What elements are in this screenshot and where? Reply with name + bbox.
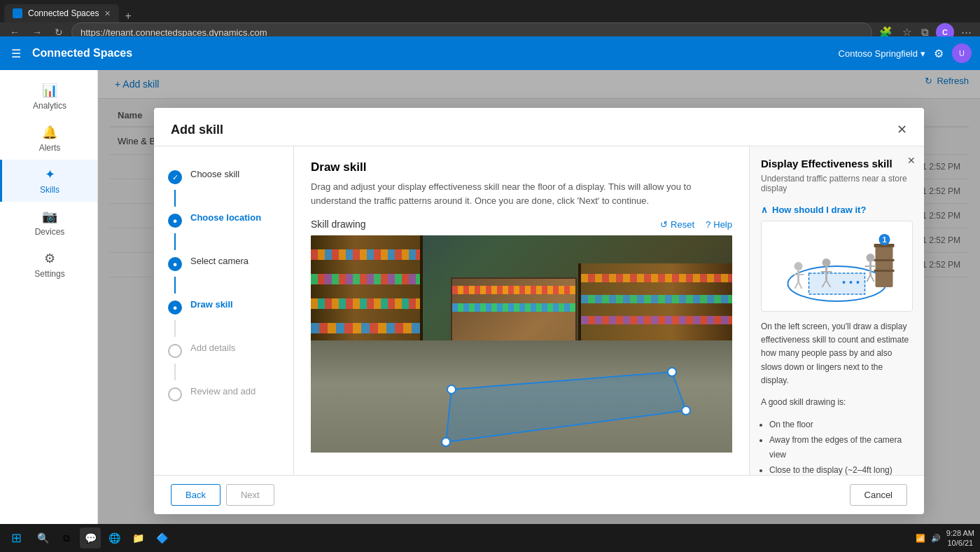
step-select-camera: ● Select camera	[168, 250, 279, 277]
browser-tab-active[interactable]: Connected Spaces ✕	[4, 4, 119, 22]
step-label-5: Add details	[190, 343, 235, 353]
reset-button[interactable]: ↺ Reset	[660, 219, 694, 230]
taskbar-explorer-icon[interactable]: 📁	[127, 527, 148, 548]
hamburger-menu[interactable]: ☰	[8, 44, 24, 63]
skills-icon: ✦	[45, 167, 55, 182]
tab-title: Connected Spaces	[28, 8, 99, 18]
step-circle-6	[168, 387, 182, 401]
analytics-icon: 📊	[42, 83, 57, 98]
sidebar-label-analytics: Analytics	[33, 101, 66, 111]
svg-rect-2	[876, 245, 893, 287]
taskbar-clock[interactable]: 9:28 AM 10/6/21	[946, 528, 974, 548]
taskbar-app-icon[interactable]: 🔷	[151, 527, 172, 548]
step-review-add: Review and add	[168, 380, 279, 407]
good-skill-item-2: Away from the edges of the camera view	[769, 433, 913, 463]
app-header: ☰ Connected Spaces Contoso Springfield ▾…	[0, 36, 980, 70]
step-circle-2: ●	[168, 214, 182, 228]
good-skill-item-3: Close to the display (~2–4ft long)	[769, 463, 913, 475]
next-button[interactable]: Next	[226, 484, 274, 506]
taskbar-date-display: 10/6/21	[946, 538, 974, 548]
sidebar-item-analytics[interactable]: 📊 Analytics	[0, 76, 97, 118]
good-skill-item-1: On the floor	[769, 418, 913, 433]
step-label-4: Draw skill	[190, 299, 233, 310]
new-tab-button[interactable]: +	[119, 10, 136, 22]
help-illustration: 1	[761, 221, 913, 312]
alerts-icon: 🔔	[42, 125, 57, 140]
step-choose-skill: ✓ Choose skill	[168, 163, 279, 190]
reset-label: Reset	[671, 219, 694, 230]
camera-view: IT'S GAME TIME	[311, 235, 732, 453]
skill-drawing-header: Skill drawing ↺ Reset ? Help	[311, 219, 732, 230]
browser-chrome: Connected Spaces ✕ + ← → ↻ https://tenan…	[0, 0, 980, 36]
svg-line-11	[867, 275, 871, 282]
help-description: On the left screen, you'll draw a displa…	[761, 320, 913, 387]
tab-favicon	[13, 8, 22, 18]
location-name: Contoso Springfield	[839, 48, 918, 59]
draw-panel: Draw skill Drag and adjust your display …	[294, 146, 749, 475]
sidebar-item-alerts[interactable]: 🔔 Alerts	[0, 118, 97, 160]
skill-drawing-actions: ↺ Reset ? Help	[660, 219, 732, 230]
taskbar-search-icon[interactable]: 🔍	[32, 527, 53, 548]
taskbar-system-tray: 📶 🔊 9:28 AM 10/6/21	[916, 528, 974, 548]
sidebar-label-skills: Skills	[40, 185, 59, 195]
modal-header: Add skill ✕	[154, 108, 924, 146]
devices-icon: 📷	[42, 209, 57, 224]
svg-text:1: 1	[883, 236, 887, 244]
taskbar-time-display: 9:28 AM	[946, 528, 974, 538]
sidebar-item-settings[interactable]: ⚙ Settings	[0, 244, 97, 286]
step-choose-location: ● Choose location	[168, 207, 279, 233]
modal-footer: Back Next Cancel	[154, 475, 924, 514]
browser-tabs: Connected Spaces ✕ +	[0, 0, 980, 22]
app-body: 📊 Analytics 🔔 Alerts ✦ Skills 📷 Devices …	[0, 70, 980, 552]
polygon-handle-4	[682, 406, 690, 415]
tab-close-btn[interactable]: ✕	[104, 9, 111, 18]
app-container: ☰ Connected Spaces Contoso Springfield ▾…	[0, 36, 980, 552]
sidebar-item-devices[interactable]: 📷 Devices	[0, 202, 97, 244]
step-connector-4	[174, 320, 176, 337]
step-label-1: Choose skill	[190, 169, 239, 179]
step-add-details: Add details	[168, 337, 279, 364]
svg-point-24	[850, 281, 853, 284]
taskbar-taskview-icon[interactable]: ⧉	[56, 527, 77, 548]
modal-close-button[interactable]: ✕	[897, 122, 907, 137]
step-connector-5	[174, 364, 176, 380]
back-button[interactable]: Back	[171, 484, 220, 506]
cancel-button[interactable]: Cancel	[850, 484, 907, 506]
draw-panel-title: Draw skill	[311, 160, 732, 174]
modal-overlay: Add skill ✕ ✓ Choose skill	[98, 70, 980, 552]
step-circle-5	[168, 344, 182, 358]
good-skill-list: On the floor Away from the edges of the …	[761, 418, 913, 475]
taskbar-teams-icon[interactable]: 💬	[80, 527, 101, 548]
sidebar-item-skills[interactable]: ✦ Skills	[0, 160, 97, 202]
help-close-button[interactable]: ✕	[907, 155, 916, 166]
step-circle-4: ●	[168, 301, 182, 315]
chevron-up-icon: ∧	[761, 205, 768, 215]
header-user-avatar[interactable]: U	[952, 43, 972, 63]
start-button[interactable]: ⊞	[6, 527, 27, 548]
step-connector-1	[174, 190, 176, 207]
steps-panel: ✓ Choose skill ● Choose location	[154, 146, 294, 475]
help-button[interactable]: ? Help	[706, 219, 732, 230]
reset-icon: ↺	[660, 219, 668, 230]
draw-panel-description: Drag and adjust your display effectivene…	[311, 180, 732, 207]
help-panel-title: Display Effectiveness skill	[761, 158, 913, 170]
help-section-title-label: How should I draw it?	[772, 205, 866, 215]
sidebar-label-settings: Settings	[34, 269, 64, 279]
step-connector-2	[174, 233, 176, 250]
skill-polygon-overlay[interactable]	[311, 235, 732, 453]
svg-rect-4	[874, 259, 895, 261]
sidebar-label-devices: Devices	[35, 227, 65, 237]
good-skill-label: A good skill drawing is:	[761, 396, 913, 409]
step-draw-skill: ● Draw skill	[168, 294, 279, 320]
taskbar-edge-icon[interactable]: 🌐	[104, 527, 125, 548]
help-section-header[interactable]: ∧ How should I draw it?	[761, 205, 913, 215]
step-label-3: Select camera	[190, 256, 248, 266]
help-panel-subtitle: Understand traffic patterns near a store…	[761, 174, 913, 193]
sidebar: 📊 Analytics 🔔 Alerts ✦ Skills 📷 Devices …	[0, 70, 98, 552]
skill-polygon	[446, 372, 686, 442]
svg-point-8	[867, 254, 875, 262]
location-selector[interactable]: Contoso Springfield ▾	[839, 48, 925, 59]
header-settings-icon[interactable]: ⚙	[934, 47, 944, 60]
add-skill-modal: Add skill ✕ ✓ Choose skill	[154, 108, 924, 514]
taskbar-icons: 🔍 ⧉ 💬 🌐 📁 🔷	[32, 527, 172, 548]
